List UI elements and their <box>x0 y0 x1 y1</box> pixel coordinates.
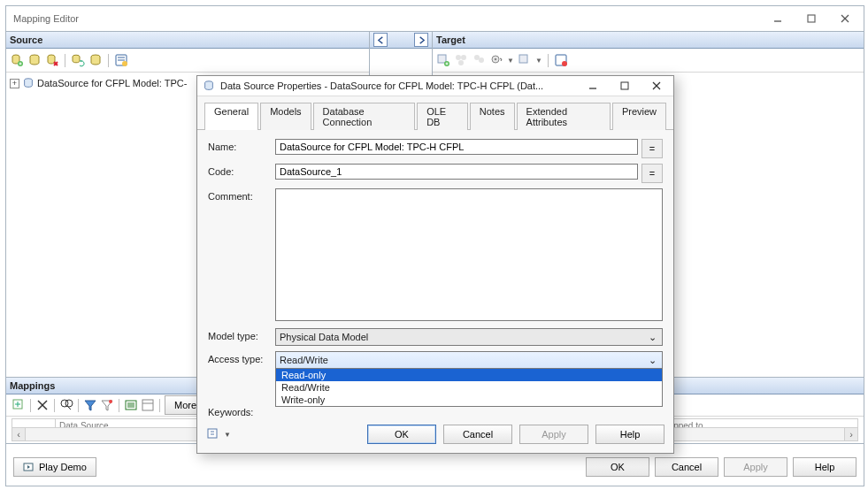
sort-icon[interactable] <box>100 398 114 412</box>
datasource-icon[interactable] <box>27 53 42 67</box>
svg-rect-1 <box>808 15 815 22</box>
dialog-body: Name: = Code: = Comment: Model type: Phy… <box>197 130 673 419</box>
play-demo-button[interactable]: Play Demo <box>13 457 96 477</box>
tab-models[interactable]: Models <box>260 103 311 130</box>
dialog-icon <box>203 80 215 92</box>
keywords-label: Keywords: <box>208 404 275 417</box>
toolbar-separator <box>159 399 160 412</box>
svg-point-23 <box>456 55 461 60</box>
tab-extended-attributes[interactable]: Extended Attributes <box>517 103 611 130</box>
dialog-title-bar: Data Source Properties - DataSource for … <box>197 76 673 96</box>
code-input[interactable] <box>275 164 638 180</box>
refresh-datasource-icon[interactable] <box>71 53 85 67</box>
toolbar-separator <box>119 399 119 412</box>
properties-icon[interactable] <box>114 53 128 67</box>
new-mapping-icon[interactable] <box>12 398 26 412</box>
target-group-icon[interactable] <box>454 53 468 67</box>
svg-point-26 <box>474 55 480 60</box>
svg-rect-43 <box>142 400 153 410</box>
toolbar-separator <box>54 399 55 412</box>
svg-point-25 <box>458 60 464 65</box>
dialog-footer: ▼ OK Cancel Apply Help <box>197 419 673 453</box>
add-datasource-icon[interactable] <box>10 53 24 67</box>
target-gear-icon[interactable] <box>489 53 503 67</box>
transfer-header <box>370 32 432 49</box>
tab-general[interactable]: General <box>204 103 258 130</box>
delete-datasource-icon[interactable] <box>45 53 59 67</box>
dialog-apply-button[interactable]: Apply <box>519 425 588 444</box>
dialog-cancel-button[interactable]: Cancel <box>443 425 512 444</box>
datasource-link-icon[interactable] <box>88 53 103 67</box>
name-input[interactable] <box>275 139 638 155</box>
dialog-title: Data Source Properties - DataSource for … <box>220 80 574 91</box>
tab-ole-db[interactable]: OLE DB <box>417 103 468 130</box>
svg-point-24 <box>461 55 466 60</box>
access-type-value: Read/Write <box>280 355 646 365</box>
name-sync-button[interactable]: = <box>641 139 663 158</box>
minimize-button[interactable] <box>761 8 795 29</box>
dialog-tool-icon[interactable] <box>206 427 220 441</box>
svg-point-40 <box>65 400 73 407</box>
access-option-write-only[interactable]: Write-only <box>276 394 662 406</box>
scroll-right-icon[interactable]: › <box>844 428 857 440</box>
delete-mapping-icon[interactable] <box>35 398 50 412</box>
svg-point-29 <box>495 58 497 61</box>
comment-label: Comment: <box>208 188 275 202</box>
find-icon[interactable] <box>59 398 73 412</box>
transfer-left-button[interactable] <box>373 33 388 47</box>
export-icon[interactable] <box>124 398 138 412</box>
expand-icon[interactable]: + <box>10 79 19 88</box>
svg-point-17 <box>122 61 127 66</box>
filter-icon[interactable] <box>83 398 97 412</box>
dialog-ok-button[interactable]: OK <box>367 425 436 444</box>
dialog-minimize-button[interactable] <box>580 78 606 94</box>
footer-help-button[interactable]: Help <box>793 457 856 477</box>
footer-ok-button[interactable]: OK <box>586 457 649 477</box>
source-tree-item-label: DataSource for CFPL Model: TPC- <box>37 78 187 88</box>
chevron-down-icon: ⌄ <box>646 355 658 366</box>
target-props-icon[interactable] <box>554 53 568 67</box>
window-title-bar: Mapping Editor <box>6 6 864 32</box>
tab-notes[interactable]: Notes <box>470 103 515 130</box>
toolbar-separator <box>78 399 79 412</box>
dialog-help-button[interactable]: Help <box>595 425 664 444</box>
svg-rect-19 <box>438 55 446 63</box>
dropdown-arrow-icon[interactable]: ▼ <box>224 431 231 439</box>
close-button[interactable] <box>828 8 862 29</box>
model-type-value: Physical Data Model <box>280 332 646 342</box>
footer-cancel-button[interactable]: Cancel <box>655 457 718 477</box>
dialog-close-button[interactable] <box>643 78 670 94</box>
access-option-read-write[interactable]: Read/Write <box>276 381 662 394</box>
dialog-maximize-button[interactable] <box>611 78 638 94</box>
sheet-icon[interactable] <box>141 398 155 412</box>
model-type-select[interactable]: Physical Data Model ⌄ <box>275 328 663 346</box>
svg-rect-30 <box>519 55 527 63</box>
target-panel-header: Target <box>433 32 864 49</box>
datasource-node-icon <box>22 77 35 89</box>
toolbar-separator <box>65 54 65 67</box>
svg-point-27 <box>479 57 484 63</box>
play-demo-label: Play Demo <box>39 462 87 472</box>
source-panel-header: Source <box>6 32 369 49</box>
source-toolbar <box>6 49 369 73</box>
maximize-button[interactable] <box>795 8 828 29</box>
comment-input[interactable] <box>275 188 663 321</box>
transfer-right-button[interactable] <box>414 33 428 47</box>
code-sync-button[interactable]: = <box>641 164 663 183</box>
svg-point-41 <box>109 400 112 403</box>
tab-preview[interactable]: Preview <box>612 103 666 130</box>
access-option-read-only[interactable]: Read-only <box>276 369 662 381</box>
tab-database-connection[interactable]: Database Connection <box>313 103 416 130</box>
footer-apply-button[interactable]: Apply <box>724 457 787 477</box>
access-type-select[interactable]: Read/Write ⌄ <box>275 351 663 369</box>
scroll-left-icon[interactable]: ‹ <box>12 428 26 440</box>
toolbar-separator <box>108 54 109 67</box>
play-icon <box>23 462 34 472</box>
code-label: Code: <box>208 164 275 177</box>
model-type-label: Model type: <box>208 328 275 341</box>
target-link-icon[interactable] <box>518 53 532 67</box>
data-source-properties-dialog: Data Source Properties - DataSource for … <box>196 75 674 454</box>
window-title: Mapping Editor <box>13 13 761 24</box>
target-users-icon[interactable] <box>472 53 486 67</box>
add-target-icon[interactable] <box>436 53 450 67</box>
